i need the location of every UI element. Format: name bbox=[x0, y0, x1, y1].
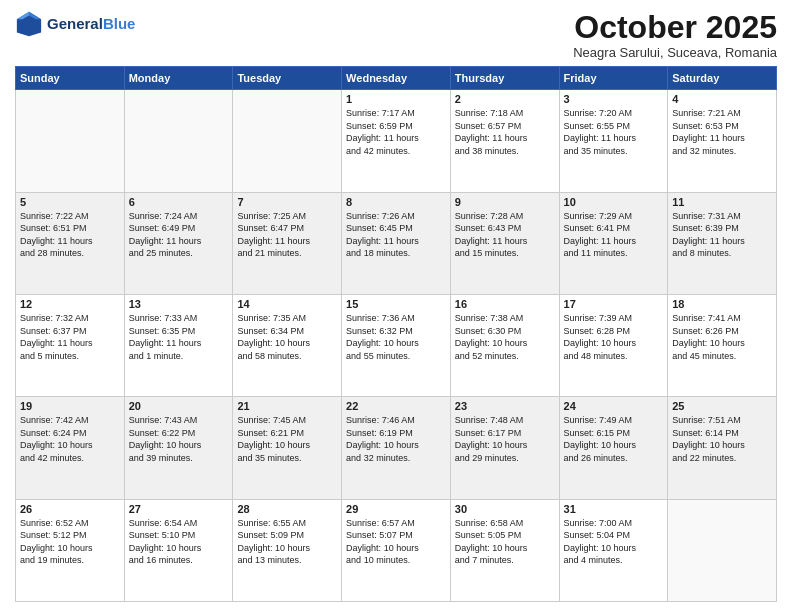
header-saturday: Saturday bbox=[668, 67, 777, 90]
day-info: Sunrise: 6:54 AM Sunset: 5:10 PM Dayligh… bbox=[129, 517, 229, 567]
day-number: 4 bbox=[672, 93, 772, 105]
day-info: Sunrise: 7:20 AM Sunset: 6:55 PM Dayligh… bbox=[564, 107, 664, 157]
day-number: 22 bbox=[346, 400, 446, 412]
day-number: 16 bbox=[455, 298, 555, 310]
table-row bbox=[124, 90, 233, 192]
table-row: 7Sunrise: 7:25 AM Sunset: 6:47 PM Daylig… bbox=[233, 192, 342, 294]
logo: GeneralBlue bbox=[15, 10, 135, 38]
table-row: 29Sunrise: 6:57 AM Sunset: 5:07 PM Dayli… bbox=[342, 499, 451, 601]
calendar-week-row: 5Sunrise: 7:22 AM Sunset: 6:51 PM Daylig… bbox=[16, 192, 777, 294]
calendar-week-row: 26Sunrise: 6:52 AM Sunset: 5:12 PM Dayli… bbox=[16, 499, 777, 601]
day-info: Sunrise: 7:33 AM Sunset: 6:35 PM Dayligh… bbox=[129, 312, 229, 362]
day-number: 17 bbox=[564, 298, 664, 310]
table-row: 15Sunrise: 7:36 AM Sunset: 6:32 PM Dayli… bbox=[342, 294, 451, 396]
day-number: 3 bbox=[564, 93, 664, 105]
header-wednesday: Wednesday bbox=[342, 67, 451, 90]
day-info: Sunrise: 6:58 AM Sunset: 5:05 PM Dayligh… bbox=[455, 517, 555, 567]
day-info: Sunrise: 6:57 AM Sunset: 5:07 PM Dayligh… bbox=[346, 517, 446, 567]
day-info: Sunrise: 7:39 AM Sunset: 6:28 PM Dayligh… bbox=[564, 312, 664, 362]
day-number: 11 bbox=[672, 196, 772, 208]
table-row: 19Sunrise: 7:42 AM Sunset: 6:24 PM Dayli… bbox=[16, 397, 125, 499]
day-info: Sunrise: 7:45 AM Sunset: 6:21 PM Dayligh… bbox=[237, 414, 337, 464]
header-tuesday: Tuesday bbox=[233, 67, 342, 90]
day-number: 5 bbox=[20, 196, 120, 208]
table-row: 28Sunrise: 6:55 AM Sunset: 5:09 PM Dayli… bbox=[233, 499, 342, 601]
day-number: 27 bbox=[129, 503, 229, 515]
header-friday: Friday bbox=[559, 67, 668, 90]
day-info: Sunrise: 7:26 AM Sunset: 6:45 PM Dayligh… bbox=[346, 210, 446, 260]
calendar-header-row: Sunday Monday Tuesday Wednesday Thursday… bbox=[16, 67, 777, 90]
logo-text: GeneralBlue bbox=[47, 16, 135, 33]
day-info: Sunrise: 7:42 AM Sunset: 6:24 PM Dayligh… bbox=[20, 414, 120, 464]
day-info: Sunrise: 7:28 AM Sunset: 6:43 PM Dayligh… bbox=[455, 210, 555, 260]
header-monday: Monday bbox=[124, 67, 233, 90]
table-row bbox=[668, 499, 777, 601]
day-number: 6 bbox=[129, 196, 229, 208]
table-row: 10Sunrise: 7:29 AM Sunset: 6:41 PM Dayli… bbox=[559, 192, 668, 294]
day-number: 21 bbox=[237, 400, 337, 412]
table-row: 23Sunrise: 7:48 AM Sunset: 6:17 PM Dayli… bbox=[450, 397, 559, 499]
header: GeneralBlue October 2025 Neagra Sarului,… bbox=[15, 10, 777, 60]
table-row bbox=[233, 90, 342, 192]
day-info: Sunrise: 7:31 AM Sunset: 6:39 PM Dayligh… bbox=[672, 210, 772, 260]
day-number: 15 bbox=[346, 298, 446, 310]
day-info: Sunrise: 7:18 AM Sunset: 6:57 PM Dayligh… bbox=[455, 107, 555, 157]
table-row: 25Sunrise: 7:51 AM Sunset: 6:14 PM Dayli… bbox=[668, 397, 777, 499]
table-row: 13Sunrise: 7:33 AM Sunset: 6:35 PM Dayli… bbox=[124, 294, 233, 396]
day-number: 24 bbox=[564, 400, 664, 412]
table-row: 17Sunrise: 7:39 AM Sunset: 6:28 PM Dayli… bbox=[559, 294, 668, 396]
day-number: 28 bbox=[237, 503, 337, 515]
header-sunday: Sunday bbox=[16, 67, 125, 90]
day-number: 2 bbox=[455, 93, 555, 105]
day-number: 12 bbox=[20, 298, 120, 310]
day-number: 19 bbox=[20, 400, 120, 412]
table-row: 3Sunrise: 7:20 AM Sunset: 6:55 PM Daylig… bbox=[559, 90, 668, 192]
day-number: 26 bbox=[20, 503, 120, 515]
day-number: 10 bbox=[564, 196, 664, 208]
day-number: 30 bbox=[455, 503, 555, 515]
table-row: 11Sunrise: 7:31 AM Sunset: 6:39 PM Dayli… bbox=[668, 192, 777, 294]
table-row bbox=[16, 90, 125, 192]
table-row: 27Sunrise: 6:54 AM Sunset: 5:10 PM Dayli… bbox=[124, 499, 233, 601]
table-row: 2Sunrise: 7:18 AM Sunset: 6:57 PM Daylig… bbox=[450, 90, 559, 192]
page: GeneralBlue October 2025 Neagra Sarului,… bbox=[0, 0, 792, 612]
day-info: Sunrise: 7:29 AM Sunset: 6:41 PM Dayligh… bbox=[564, 210, 664, 260]
day-number: 7 bbox=[237, 196, 337, 208]
day-number: 23 bbox=[455, 400, 555, 412]
table-row: 26Sunrise: 6:52 AM Sunset: 5:12 PM Dayli… bbox=[16, 499, 125, 601]
table-row: 1Sunrise: 7:17 AM Sunset: 6:59 PM Daylig… bbox=[342, 90, 451, 192]
table-row: 12Sunrise: 7:32 AM Sunset: 6:37 PM Dayli… bbox=[16, 294, 125, 396]
day-info: Sunrise: 7:46 AM Sunset: 6:19 PM Dayligh… bbox=[346, 414, 446, 464]
calendar-week-row: 12Sunrise: 7:32 AM Sunset: 6:37 PM Dayli… bbox=[16, 294, 777, 396]
table-row: 20Sunrise: 7:43 AM Sunset: 6:22 PM Dayli… bbox=[124, 397, 233, 499]
day-number: 9 bbox=[455, 196, 555, 208]
day-number: 31 bbox=[564, 503, 664, 515]
day-info: Sunrise: 7:00 AM Sunset: 5:04 PM Dayligh… bbox=[564, 517, 664, 567]
table-row: 31Sunrise: 7:00 AM Sunset: 5:04 PM Dayli… bbox=[559, 499, 668, 601]
table-row: 16Sunrise: 7:38 AM Sunset: 6:30 PM Dayli… bbox=[450, 294, 559, 396]
day-number: 29 bbox=[346, 503, 446, 515]
table-row: 24Sunrise: 7:49 AM Sunset: 6:15 PM Dayli… bbox=[559, 397, 668, 499]
day-number: 25 bbox=[672, 400, 772, 412]
day-info: Sunrise: 7:51 AM Sunset: 6:14 PM Dayligh… bbox=[672, 414, 772, 464]
day-number: 8 bbox=[346, 196, 446, 208]
day-info: Sunrise: 7:49 AM Sunset: 6:15 PM Dayligh… bbox=[564, 414, 664, 464]
title-block: October 2025 Neagra Sarului, Suceava, Ro… bbox=[573, 10, 777, 60]
header-thursday: Thursday bbox=[450, 67, 559, 90]
day-info: Sunrise: 7:36 AM Sunset: 6:32 PM Dayligh… bbox=[346, 312, 446, 362]
calendar-week-row: 19Sunrise: 7:42 AM Sunset: 6:24 PM Dayli… bbox=[16, 397, 777, 499]
day-info: Sunrise: 6:52 AM Sunset: 5:12 PM Dayligh… bbox=[20, 517, 120, 567]
day-info: Sunrise: 6:55 AM Sunset: 5:09 PM Dayligh… bbox=[237, 517, 337, 567]
subtitle: Neagra Sarului, Suceava, Romania bbox=[573, 45, 777, 60]
table-row: 5Sunrise: 7:22 AM Sunset: 6:51 PM Daylig… bbox=[16, 192, 125, 294]
table-row: 6Sunrise: 7:24 AM Sunset: 6:49 PM Daylig… bbox=[124, 192, 233, 294]
table-row: 18Sunrise: 7:41 AM Sunset: 6:26 PM Dayli… bbox=[668, 294, 777, 396]
table-row: 22Sunrise: 7:46 AM Sunset: 6:19 PM Dayli… bbox=[342, 397, 451, 499]
calendar-week-row: 1Sunrise: 7:17 AM Sunset: 6:59 PM Daylig… bbox=[16, 90, 777, 192]
month-title: October 2025 bbox=[573, 10, 777, 45]
day-info: Sunrise: 7:48 AM Sunset: 6:17 PM Dayligh… bbox=[455, 414, 555, 464]
day-number: 14 bbox=[237, 298, 337, 310]
table-row: 30Sunrise: 6:58 AM Sunset: 5:05 PM Dayli… bbox=[450, 499, 559, 601]
table-row: 21Sunrise: 7:45 AM Sunset: 6:21 PM Dayli… bbox=[233, 397, 342, 499]
day-number: 20 bbox=[129, 400, 229, 412]
